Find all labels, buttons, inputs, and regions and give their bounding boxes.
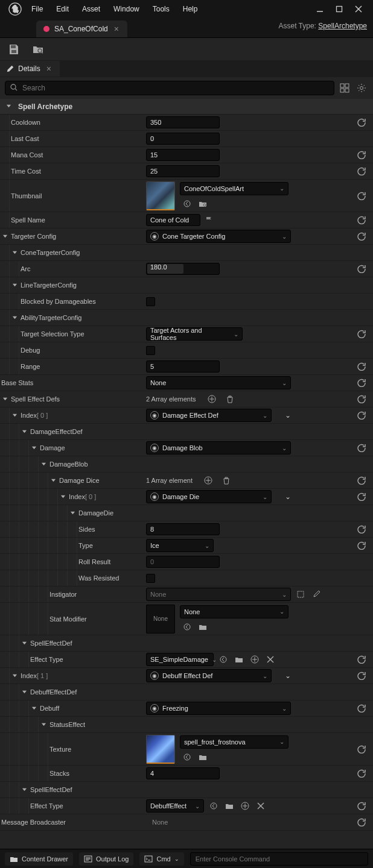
details-tab-close[interactable]: × — [44, 64, 54, 74]
reset-button[interactable] — [355, 262, 368, 275]
menu-help[interactable]: Help — [177, 1, 204, 17]
console-command-input[interactable] — [190, 852, 368, 866]
reset-button[interactable] — [355, 474, 368, 487]
browse-to-asset-button[interactable] — [223, 800, 235, 812]
expander-icon[interactable] — [59, 493, 66, 500]
menu-tools[interactable]: Tools — [147, 1, 176, 17]
localization-flag-icon[interactable] — [204, 215, 214, 225]
use-selected-button[interactable] — [208, 800, 220, 812]
reset-button[interactable] — [355, 799, 368, 813]
reset-button[interactable] — [355, 441, 368, 454]
expander-icon[interactable] — [40, 721, 47, 728]
stat-modifier-dropdown[interactable]: None⌄ — [180, 605, 289, 618]
reset-button[interactable] — [355, 376, 368, 389]
menu-edit[interactable]: Edit — [50, 1, 75, 17]
array-add-button[interactable] — [202, 474, 214, 486]
reset-button[interactable] — [355, 816, 368, 829]
details-search-box[interactable] — [5, 81, 334, 95]
reset-button[interactable] — [355, 116, 368, 129]
browse-to-asset-button[interactable] — [233, 653, 245, 665]
element-menu-button[interactable]: ⌄ — [285, 492, 291, 501]
array-clear-button[interactable] — [220, 474, 232, 486]
effect-type-dropdown[interactable]: SE_SimpleDamage⌄ — [146, 653, 214, 666]
expander-icon[interactable] — [21, 688, 28, 696]
reset-button[interactable] — [355, 189, 368, 203]
cooldown-input[interactable] — [146, 116, 220, 128]
texture-thumbnail[interactable] — [146, 735, 175, 764]
expander-icon[interactable] — [69, 509, 76, 517]
dice-index0-dropdown[interactable]: ◉Damage Die⌄ — [146, 490, 272, 503]
arc-input[interactable]: 180.0 — [146, 263, 220, 275]
expander-icon[interactable] — [49, 477, 57, 484]
damage-dropdown[interactable]: ◉Damage Blob⌄ — [146, 441, 291, 454]
details-tab[interactable]: Details × — [0, 61, 60, 77]
menu-file[interactable]: File — [25, 1, 49, 17]
index0-dropdown[interactable]: ◉Damage Effect Def⌄ — [146, 409, 272, 422]
was-resisted-checkbox[interactable] — [146, 574, 155, 583]
menu-window[interactable]: Window — [107, 1, 145, 17]
time-cost-input[interactable] — [146, 165, 220, 177]
debuff-dropdown[interactable]: ◉Freezing⌄ — [146, 702, 291, 715]
clear-button[interactable] — [264, 653, 276, 665]
last-cast-input[interactable] — [146, 133, 220, 145]
reset-button[interactable] — [355, 539, 368, 552]
range-input[interactable] — [146, 360, 220, 373]
mana-cost-input[interactable] — [146, 149, 220, 161]
property-matrix-button[interactable] — [338, 81, 351, 95]
output-log-button[interactable]: Output Log — [79, 852, 133, 866]
array-add-button[interactable] — [206, 393, 218, 405]
reset-button[interactable] — [355, 669, 368, 682]
menu-asset[interactable]: Asset — [76, 1, 106, 17]
expander-icon[interactable] — [11, 314, 18, 321]
texture-dropdown[interactable]: spell_frost_frostnova⌄ — [180, 735, 289, 749]
targeter-config-dropdown[interactable]: ◉Cone Targeter Config⌄ — [146, 230, 291, 243]
expander-icon[interactable] — [30, 444, 37, 451]
reset-button[interactable] — [355, 490, 368, 503]
window-maximize-button[interactable] — [333, 3, 345, 15]
element-menu-button[interactable]: ⌄ — [285, 411, 291, 420]
save-button[interactable] — [5, 40, 23, 58]
debug-checkbox[interactable] — [146, 346, 155, 355]
expander-icon[interactable] — [11, 281, 18, 289]
array-clear-button[interactable] — [224, 393, 236, 405]
stat-modifier-thumb[interactable]: None — [146, 605, 175, 634]
reset-button[interactable] — [355, 743, 368, 756]
add-button[interactable] — [249, 653, 261, 665]
reset-button[interactable] — [355, 653, 368, 666]
reset-button[interactable] — [355, 327, 368, 341]
pick-actor-button[interactable] — [295, 588, 307, 600]
browse-to-asset-button[interactable] — [197, 751, 209, 763]
browse-to-asset-button[interactable] — [197, 198, 209, 210]
index1-dropdown[interactable]: ◉Debuff Effect Def⌄ — [146, 669, 272, 682]
reset-button[interactable] — [355, 360, 368, 373]
spell-name-input[interactable] — [146, 214, 200, 226]
thumbnail-preview[interactable] — [146, 181, 175, 210]
tab-close-button[interactable]: × — [113, 24, 120, 34]
category-spell-archetype[interactable]: Spell Archetype — [0, 99, 373, 115]
reset-button[interactable] — [355, 409, 368, 422]
expander-icon[interactable] — [21, 428, 28, 435]
use-selected-button[interactable] — [181, 751, 193, 763]
eyedropper-button[interactable] — [310, 588, 322, 600]
stacks-input[interactable] — [146, 767, 220, 779]
instigator-dropdown[interactable]: None⌄ — [146, 588, 291, 601]
effect-type2-dropdown[interactable]: DebuffEffect⌄ — [146, 799, 204, 813]
target-selection-dropdown[interactable]: Target Actors and Surfaces⌄ — [146, 327, 243, 341]
settings-button[interactable] — [355, 81, 368, 95]
reset-button[interactable] — [355, 702, 368, 715]
browse-button[interactable] — [29, 40, 47, 58]
add-button[interactable] — [239, 800, 251, 812]
window-close-button[interactable] — [352, 3, 365, 15]
reset-button[interactable] — [355, 523, 368, 536]
use-selected-button[interactable] — [181, 621, 193, 633]
sides-input[interactable] — [146, 523, 220, 535]
expander-icon[interactable] — [21, 640, 28, 647]
expander-icon[interactable] — [21, 786, 28, 793]
clear-button[interactable] — [255, 800, 267, 812]
reset-button[interactable] — [355, 230, 368, 243]
element-menu-button[interactable]: ⌄ — [285, 671, 291, 680]
search-input[interactable] — [22, 84, 329, 92]
asset-tab[interactable]: SA_ConeOfCold × — [36, 20, 127, 37]
reset-button[interactable] — [355, 767, 368, 780]
content-drawer-button[interactable]: Content Drawer — [5, 852, 73, 866]
